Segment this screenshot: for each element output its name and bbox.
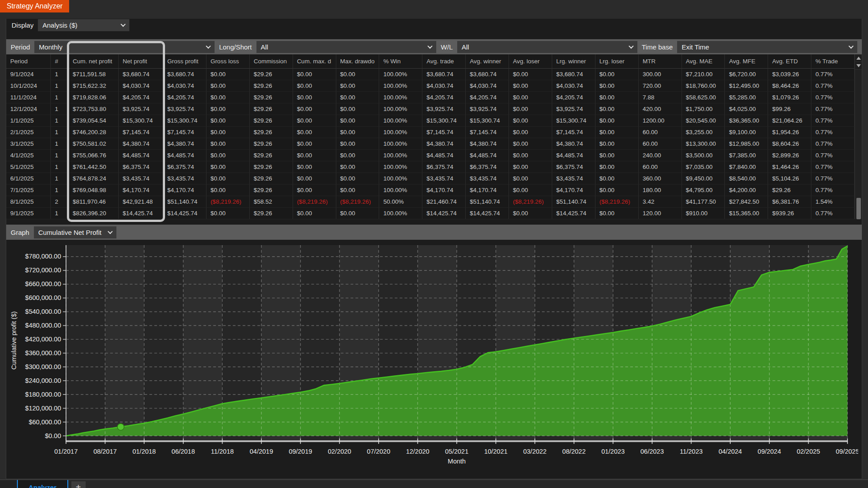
column-header[interactable]: Period	[6, 54, 51, 69]
table-cell: $3,925.74	[163, 103, 207, 115]
display-dropdown[interactable]: Analysis ($)	[38, 19, 129, 31]
table-cell: $15,300.74	[466, 115, 509, 127]
table-cell: 2	[51, 196, 69, 208]
column-header[interactable]: Gross profit	[163, 54, 207, 69]
table-cell: 1	[51, 103, 69, 115]
table-cell: 720.00	[639, 80, 682, 92]
table-row[interactable]: 1/1/20251$739,054.54$15,300.74$15,300.74…	[6, 115, 855, 127]
table-row[interactable]: 6/1/20251$764,878.24$3,435.74$3,435.74$0…	[6, 173, 855, 185]
table-cell: $0.00	[509, 69, 552, 80]
table-cell: $0.00	[509, 127, 552, 138]
scrollbar-thumb[interactable]	[856, 198, 861, 219]
column-header[interactable]: Avg. MFE	[725, 54, 768, 69]
svg-text:$60,000.00: $60,000.00	[29, 418, 61, 426]
column-header[interactable]: % Win	[379, 54, 422, 69]
table-row[interactable]: 8/1/20252$811,970.46$42,921.48$51,140.74…	[6, 196, 855, 208]
table-cell: $0.00	[207, 138, 250, 150]
table-cell: 1	[51, 185, 69, 196]
wl-label: W/L	[441, 43, 453, 51]
table-cell: 360.00	[639, 173, 682, 185]
table-cell: $3,925.74	[552, 103, 595, 115]
column-header[interactable]: #	[51, 54, 69, 69]
table-cell: 1	[51, 115, 69, 127]
column-header[interactable]: Cum. max. d	[293, 54, 336, 69]
table-cell: $42,921.48	[119, 196, 163, 208]
table-row[interactable]: 5/1/20251$761,442.50$6,375.74$6,375.74$0…	[6, 161, 855, 173]
table-cell: 100.00%	[379, 150, 422, 161]
table-cell: $15,300.74	[163, 115, 207, 127]
column-header[interactable]: Lrg. loser	[595, 54, 639, 69]
column-header[interactable]: Lrg. winner	[552, 54, 595, 69]
table-cell: $0.00	[595, 127, 639, 138]
table-cell: $4,030.74	[466, 80, 509, 92]
window-titlebar: Strategy Analyzer	[0, 0, 868, 12]
table-cell: 300.00	[639, 69, 682, 80]
timebase-dropdown[interactable]: Exit Time	[677, 41, 857, 53]
svg-text:07/2020: 07/2020	[367, 448, 390, 455]
performance-table: Period#Cum. net profitNet profitGross pr…	[6, 54, 862, 219]
longshort-dropdown[interactable]: All	[256, 41, 437, 53]
table-row[interactable]: 9/1/20241$711,591.58$3,680.74$3,680.74$0…	[6, 69, 855, 80]
svg-text:$420,000.00: $420,000.00	[25, 336, 61, 343]
table-cell: 7/1/2025	[6, 185, 51, 196]
column-header[interactable]: Commission	[250, 54, 293, 69]
table-row[interactable]: 9/1/20251$826,396.20$14,425.74$14,425.74…	[6, 208, 855, 219]
column-header[interactable]: MTR	[639, 54, 682, 69]
table-cell: $1,464.26	[768, 161, 811, 173]
column-header[interactable]: Avg. ETD	[768, 54, 811, 69]
wl-dropdown[interactable]: All	[457, 41, 637, 53]
column-header[interactable]: Avg. loser	[509, 54, 552, 69]
scroll-up-button[interactable]	[855, 54, 862, 62]
add-tab-button[interactable]: +	[71, 481, 86, 488]
svg-text:$180,000.00: $180,000.00	[25, 391, 61, 398]
table-cell: 100.00%	[379, 138, 422, 150]
scroll-down-button[interactable]	[855, 62, 862, 70]
table-cell: $0.00	[595, 150, 639, 161]
column-header[interactable]: Gross loss	[207, 54, 250, 69]
svg-text:$720,000.00: $720,000.00	[25, 267, 61, 274]
table-row[interactable]: 7/1/20251$769,048.98$4,170.74$4,170.74$0…	[6, 185, 855, 196]
table-cell: $15,300.74	[422, 115, 466, 127]
column-header[interactable]: Net profit	[119, 54, 163, 69]
table-cell: $36,365.00	[725, 115, 768, 127]
table-cell: $29.26	[250, 161, 293, 173]
table-cell: $7,145.74	[163, 127, 207, 138]
table-cell: $29.26	[768, 185, 811, 196]
table-cell: $29.26	[250, 150, 293, 161]
column-header[interactable]: Avg. trade	[422, 54, 466, 69]
table-row[interactable]: 3/1/20251$750,581.02$4,380.74$4,380.74$0…	[6, 138, 855, 150]
table-row[interactable]: 4/1/20251$755,066.76$4,485.74$4,485.74$0…	[6, 150, 855, 161]
column-header[interactable]: Max. drawdo	[336, 54, 380, 69]
table-cell: $4,170.74	[119, 185, 163, 196]
table-row[interactable]: 10/1/20241$715,622.32$4,030.74$4,030.74$…	[6, 80, 855, 92]
table-cell: 12/1/2024	[6, 103, 51, 115]
period-dropdown[interactable]: Monthly	[34, 41, 215, 53]
table-scrollbar[interactable]	[855, 54, 862, 219]
chevron-down-icon	[848, 44, 853, 49]
table-row[interactable]: 12/1/20241$723,753.80$3,925.74$3,925.74$…	[6, 103, 855, 115]
table-cell: 11/1/2024	[6, 92, 51, 103]
table-cell: 0.77%	[811, 150, 855, 161]
table-cell: $29.26	[250, 115, 293, 127]
graph-dropdown[interactable]: Cumulative Net Profit	[34, 226, 116, 238]
table-cell: $715,622.32	[69, 80, 119, 92]
column-header[interactable]: Avg. MAE	[682, 54, 725, 69]
graph-label: Graph	[11, 229, 29, 236]
table-cell: 1	[51, 92, 69, 103]
table-cell: 9/1/2024	[6, 69, 51, 80]
column-header[interactable]: Cum. net profit	[69, 54, 119, 69]
table-row[interactable]: 11/1/20241$719,828.06$4,205.74$4,205.74$…	[6, 92, 855, 103]
column-header[interactable]: % Trade	[811, 54, 855, 69]
table-cell: $6,375.74	[552, 161, 595, 173]
table-cell: $3,680.74	[552, 69, 595, 80]
table-row[interactable]: 2/1/20251$746,200.28$7,145.74$7,145.74$0…	[6, 127, 855, 138]
strategy-analyzer-tab[interactable]: Strategy Analyzer	[0, 0, 69, 12]
tab-analyzer[interactable]: Analyzer	[18, 480, 67, 488]
column-header[interactable]: Avg. winner	[466, 54, 509, 69]
table-cell: $719,828.06	[69, 92, 119, 103]
table-cell: 0.77%	[811, 127, 855, 138]
table-cell: $3,925.74	[422, 103, 466, 115]
table-cell: $14,425.74	[552, 208, 595, 219]
table-cell: $21,064.26	[768, 115, 811, 127]
chevron-down-icon	[121, 22, 126, 27]
